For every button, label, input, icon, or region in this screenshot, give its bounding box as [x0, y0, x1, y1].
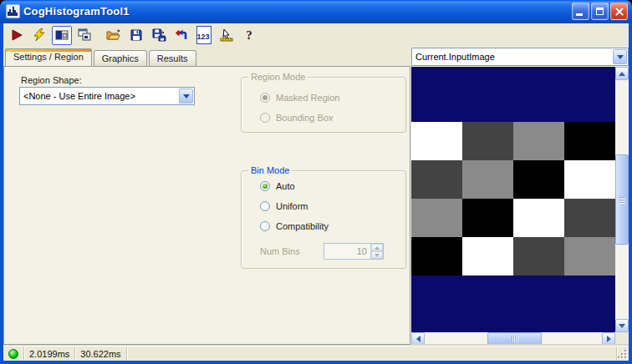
reset-icon: [175, 28, 188, 42]
open-file-icon: [106, 28, 121, 42]
float-display-icon: [78, 28, 91, 42]
window-content: 123 ? Settings / Region Graphics Results: [3, 23, 629, 361]
tab-graphics[interactable]: Graphics: [94, 50, 147, 66]
float-display-button[interactable]: [74, 25, 94, 45]
save-icon: [130, 28, 143, 42]
results-button[interactable]: 123: [194, 25, 214, 45]
chevron-right-icon: [607, 336, 611, 342]
compatibility-label: Compatibility: [276, 221, 329, 231]
title-bar[interactable]: CogHistogramTool1: [0, 0, 632, 23]
checker-cell: [411, 199, 462, 237]
checker-cell: [513, 237, 564, 276]
bin-mode-groupbox: Bin Mode Auto Uniform Compatibility Num …: [241, 170, 406, 269]
bounding-box-radio: [260, 113, 270, 123]
save-as-icon: [152, 28, 166, 42]
checker-cell: [513, 199, 564, 237]
vertical-scroll-thumb[interactable]: [615, 154, 629, 245]
checker-cell: [462, 122, 513, 160]
settings-region-tab-page: Region Shape: <None - Use Entire Image> …: [3, 66, 410, 345]
tab-strip: Settings / Region Graphics Results: [5, 48, 198, 66]
bounding-box-radio-row: Bounding Box: [260, 113, 334, 123]
image-source-value: Current.InputImage: [412, 52, 612, 62]
scrollbar-corner: [615, 332, 629, 346]
image-source-combobox[interactable]: Current.InputImage: [411, 48, 629, 66]
help-icon: ?: [246, 28, 252, 43]
resize-grip[interactable]: [617, 346, 629, 361]
auto-radio[interactable]: [260, 181, 270, 191]
toolbar: 123 ?: [3, 23, 629, 47]
maximize-icon: [596, 8, 604, 15]
uniform-radio-row: Uniform: [260, 201, 308, 211]
maximize-button[interactable]: [591, 3, 609, 20]
checker-cell: [513, 122, 564, 160]
checker-cell: [564, 199, 615, 237]
scroll-right-button[interactable]: [602, 332, 615, 346]
horizontal-scroll-thumb[interactable]: [487, 332, 542, 346]
status-time-1: 2.0199ms: [24, 346, 75, 361]
histogram-app-icon: [6, 4, 20, 18]
bin-mode-group-title: Bin Mode: [248, 165, 292, 175]
region-shape-dropdown-button[interactable]: [179, 88, 193, 104]
horizontal-scrollbar[interactable]: [411, 332, 615, 346]
minimize-button[interactable]: [572, 3, 589, 20]
region-mode-group-title: Region Mode: [248, 72, 308, 82]
checker-grid: [411, 122, 615, 276]
help-button[interactable]: ?: [239, 25, 259, 45]
masked-region-radio-row: Masked Region: [260, 93, 339, 103]
image-display-toggle-button[interactable]: [52, 26, 72, 45]
image-source-dropdown-button[interactable]: [613, 49, 627, 64]
compatibility-radio-row: Compatibility: [260, 221, 329, 231]
electric-run-button[interactable]: [29, 25, 49, 45]
num-bins-up-button: [371, 244, 383, 251]
checker-cell: [564, 160, 615, 199]
bounding-box-label: Bounding Box: [276, 113, 334, 123]
num-bins-down-button: [371, 251, 383, 259]
results-123-icon: 123: [196, 26, 211, 44]
checker-cell: [411, 122, 462, 160]
chevron-left-icon: [416, 336, 420, 342]
scroll-down-button[interactable]: [615, 319, 629, 332]
region-shape-label: Region Shape:: [21, 75, 82, 85]
num-bins-value: 10: [324, 244, 370, 259]
chevron-down-icon: [617, 55, 624, 59]
chevron-down-icon: [619, 324, 625, 328]
region-shape-combobox[interactable]: <None - Use Entire Image>: [19, 87, 195, 105]
electric-cursor-icon: [220, 28, 233, 42]
window-title: CogHistogramTool1: [23, 5, 572, 18]
num-bins-spinner: 10: [324, 243, 384, 260]
image-display-toggle-icon: [55, 28, 69, 42]
save-as-button[interactable]: [149, 25, 169, 45]
close-button[interactable]: [610, 3, 628, 20]
image-display[interactable]: [411, 67, 615, 332]
chevron-down-icon: [375, 254, 380, 257]
open-file-button[interactable]: [104, 25, 124, 45]
scroll-left-button[interactable]: [411, 332, 425, 346]
status-spacer: [127, 346, 617, 361]
save-button[interactable]: [126, 25, 146, 45]
num-bins-label: Num Bins: [260, 246, 300, 256]
status-bar: 2.0199ms 30.622ms: [3, 346, 629, 361]
image-panel: [411, 67, 629, 346]
electric-cursor-button[interactable]: [217, 25, 237, 45]
chevron-up-icon: [619, 72, 625, 76]
masked-region-label: Masked Region: [276, 93, 339, 103]
vertical-scrollbar[interactable]: [615, 67, 629, 332]
scroll-up-button[interactable]: [615, 67, 629, 80]
auto-label: Auto: [276, 181, 295, 191]
tab-settings-region[interactable]: Settings / Region: [5, 48, 92, 66]
run-button[interactable]: [7, 25, 27, 45]
checker-cell: [564, 122, 615, 160]
masked-region-radio: [260, 93, 270, 103]
uniform-radio[interactable]: [260, 201, 270, 211]
run-icon: [10, 28, 23, 42]
compatibility-radio[interactable]: [260, 221, 270, 231]
region-shape-value: <None - Use Entire Image>: [20, 91, 178, 101]
status-led: [8, 349, 18, 359]
app-window: CogHistogramTool1: [0, 0, 632, 364]
checker-cell: [564, 237, 615, 276]
tab-results[interactable]: Results: [149, 50, 196, 66]
reset-button[interactable]: [171, 25, 191, 45]
uniform-label: Uniform: [276, 201, 308, 211]
checker-cell: [513, 160, 564, 199]
chevron-down-icon: [183, 94, 190, 99]
